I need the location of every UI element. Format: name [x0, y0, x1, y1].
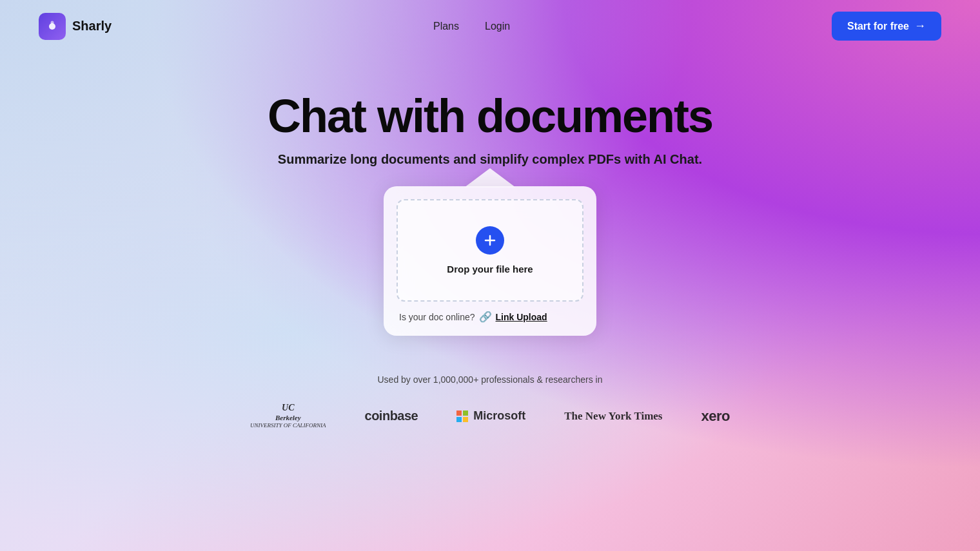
navbar: Sharly Plans Login Start for free →: [0, 0, 980, 52]
link-upload-button[interactable]: Link Upload: [496, 312, 547, 322]
nav-plans[interactable]: Plans: [433, 21, 459, 32]
nyt-logo: The New York Times: [564, 410, 662, 423]
logo-icon: [39, 13, 66, 40]
upload-wrapper: Drop your file here Is your doc online? …: [384, 186, 596, 336]
nav-links: Plans Login: [433, 21, 510, 32]
drop-zone[interactable]: Drop your file here: [397, 199, 583, 302]
arrow-icon: →: [914, 19, 926, 33]
logo-text: Sharly: [72, 19, 112, 34]
coinbase-logo: coinbase: [365, 409, 418, 423]
hero-subtitle: Summarize long documents and simplify co…: [278, 152, 702, 167]
main-content: Chat with documents Summarize long docum…: [0, 52, 980, 336]
hero-title: Chat with documents: [268, 91, 712, 142]
xero-logo: xero: [701, 408, 729, 425]
berkeley-logo: UC Berkeley UNIVERSITY OF CALIFORNIA: [250, 403, 326, 429]
brand-logos-row: UC Berkeley UNIVERSITY OF CALIFORNIA coi…: [250, 403, 730, 429]
start-free-button[interactable]: Start for free →: [832, 12, 941, 41]
social-proof: Used by over 1,000,000+ professionals & …: [0, 374, 980, 429]
upload-card: Drop your file here Is your doc online? …: [384, 186, 596, 336]
nav-login[interactable]: Login: [485, 21, 510, 32]
microsoft-grid-icon: [456, 411, 468, 422]
link-icon: 🔗: [479, 311, 492, 323]
svg-point-1: [51, 21, 54, 24]
link-upload-row: Is your doc online? 🔗 Link Upload: [397, 311, 583, 323]
online-label: Is your doc online?: [399, 312, 475, 322]
microsoft-logo: Microsoft: [456, 409, 525, 423]
drop-text: Drop your file here: [447, 264, 533, 275]
logo-area[interactable]: Sharly: [39, 13, 112, 40]
add-file-button[interactable]: [476, 226, 504, 255]
social-proof-text: Used by over 1,000,000+ professionals & …: [377, 374, 602, 385]
